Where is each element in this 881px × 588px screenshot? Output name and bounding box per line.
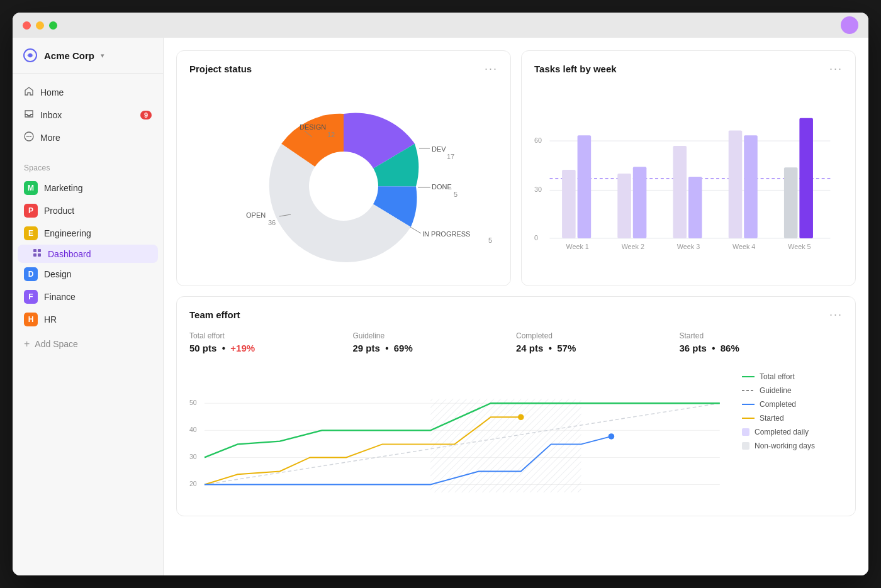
legend-completed: Completed	[742, 400, 843, 409]
engineering-avatar: E	[24, 226, 38, 240]
product-avatar: P	[24, 204, 38, 218]
team-effort-title: Team effort	[189, 309, 240, 320]
y-40: 40	[189, 426, 197, 433]
week2-bar2	[633, 167, 647, 238]
spaces-label: Spaces	[24, 164, 50, 172]
metric-total-effort: Total effort 50 pts • +19%	[189, 331, 353, 353]
legend-completed-daily: Completed daily	[742, 428, 843, 436]
main-layout: Acme Corp ▾ Home	[13, 38, 868, 575]
line-chart: 20 30 40 50	[189, 366, 732, 504]
dashboard-icon	[33, 248, 42, 259]
metric-guideline-value: 29 pts • 69%	[353, 343, 504, 353]
week4-bar1	[729, 130, 743, 238]
week2-label: Week 2	[622, 243, 644, 250]
sidebar-item-design[interactable]: D Design	[18, 263, 158, 286]
design-label: Design	[44, 269, 72, 279]
legend-total-effort-line	[742, 376, 755, 377]
done-value: 5	[454, 191, 457, 198]
add-space-button[interactable]: + Add Space	[13, 333, 163, 355]
add-space-label: Add Space	[35, 339, 78, 349]
sidebar-item-home[interactable]: Home	[18, 81, 158, 104]
week3-bar1	[673, 146, 687, 238]
sidebar-item-finance[interactable]: F Finance	[18, 286, 158, 308]
done-label: DONE	[432, 183, 452, 191]
y-30: 30	[189, 453, 197, 460]
bar-chart: 0 30 60	[534, 86, 843, 262]
tasks-more[interactable]: ···	[829, 62, 843, 75]
spaces-section: Spaces	[13, 157, 163, 177]
metric-total-value: 50 pts • +19%	[189, 343, 340, 353]
inbox-badge: 9	[140, 111, 152, 119]
chevron-down-icon: ▾	[101, 52, 104, 60]
metric-guideline: Guideline 29 pts • 69%	[353, 331, 517, 353]
metric-completed-label: Completed	[516, 331, 667, 340]
project-status-more[interactable]: ···	[485, 62, 498, 75]
y-label-0: 0	[534, 234, 538, 241]
finance-label: Finance	[44, 292, 76, 302]
week5-bar2	[799, 118, 813, 238]
dev-value: 17	[447, 153, 454, 160]
open-value: 36	[268, 219, 276, 226]
line-chart-container: 20 30 40 50	[189, 366, 732, 504]
legend-started: Started	[742, 414, 843, 423]
sidebar-nav: Home Inbox 9	[13, 74, 163, 157]
sidebar-item-hr[interactable]: H HR	[18, 308, 158, 331]
user-avatar[interactable]	[841, 16, 858, 34]
legend-completed-label: Completed	[760, 400, 796, 409]
close-button[interactable]	[23, 21, 31, 30]
svg-rect-9	[38, 253, 41, 257]
sidebar-item-more[interactable]: More	[18, 126, 158, 149]
metric-completed-value: 24 pts • 57%	[516, 343, 667, 353]
legend-started-label: Started	[760, 414, 784, 423]
project-status-title: Project status	[189, 64, 252, 74]
week5-label: Week 5	[788, 243, 811, 250]
minimize-button[interactable]	[36, 21, 44, 30]
inbox-label: Inbox	[40, 110, 62, 120]
tasks-header: Tasks left by week ···	[534, 62, 843, 75]
week3-label: Week 3	[677, 243, 700, 250]
sidebar-item-dashboard[interactable]: Dashboard	[18, 245, 158, 263]
main-content: Project status ···	[164, 38, 868, 575]
marketing-label: Marketing	[44, 183, 82, 193]
completed-dot	[609, 433, 615, 440]
sidebar-item-product[interactable]: P Product	[18, 199, 158, 222]
week2-bar1	[617, 174, 631, 238]
legend-guideline-dash	[742, 390, 755, 391]
svg-point-5	[30, 136, 31, 137]
team-effort-card: Team effort ··· Total effort 50 pts • +1…	[176, 296, 856, 516]
metric-started-value: 36 pts • 86%	[680, 343, 831, 353]
plus-icon: +	[24, 338, 30, 350]
svg-rect-6	[33, 249, 36, 252]
legend-nonworking: Non-working days	[742, 441, 843, 450]
sidebar-header[interactable]: Acme Corp ▾	[13, 38, 163, 74]
inprogress-label: IN PROGRESS	[422, 230, 470, 238]
sidebar-item-marketing[interactable]: M Marketing	[18, 177, 158, 199]
legend-completed-daily-box	[742, 428, 749, 436]
design-avatar: D	[24, 267, 38, 281]
week1-label: Week 1	[566, 243, 588, 250]
metric-total-pts: 50 pts	[189, 343, 216, 353]
home-label: Home	[40, 87, 64, 97]
week4-label: Week 4	[732, 243, 755, 250]
design-value: 12	[327, 131, 335, 138]
more-icon	[24, 131, 34, 144]
y-20: 20	[189, 480, 197, 487]
team-effort-more[interactable]: ···	[829, 308, 843, 321]
design-label: DESIGN	[300, 123, 326, 131]
legend-started-line	[742, 418, 755, 419]
sidebar-item-engineering[interactable]: E Engineering	[18, 222, 158, 245]
dashboard-label: Dashboard	[48, 249, 91, 259]
inbox-icon	[24, 109, 34, 121]
metric-started: Started 36 pts • 86%	[680, 331, 843, 353]
charts-row: Project status ···	[176, 50, 856, 286]
inprogress-value: 5	[488, 236, 492, 244]
maximize-button[interactable]	[49, 21, 57, 30]
legend-total-effort-label: Total effort	[760, 372, 795, 381]
sidebar-item-inbox[interactable]: Inbox 9	[18, 104, 158, 126]
bar-chart-container: 0 30 60	[534, 86, 843, 274]
metrics-row: Total effort 50 pts • +19% Guideline 29 …	[189, 331, 843, 353]
main-window: Acme Corp ▾ Home	[13, 13, 868, 575]
week1-bar1	[562, 170, 576, 238]
metric-total-change: +19%	[230, 343, 255, 353]
home-icon	[24, 86, 34, 99]
